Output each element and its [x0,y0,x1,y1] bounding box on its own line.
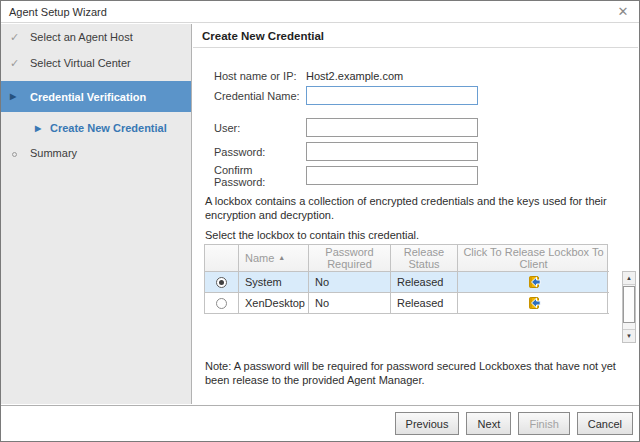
cell-release-action[interactable] [458,272,609,293]
pending-circle-icon [10,147,30,159]
table-scrollbar[interactable]: ▲ ▼ [622,271,636,343]
cell-name: System [239,272,309,293]
window-title: Agent Setup Wizard [9,6,107,18]
main-panel: Create New Credential Host name or IP: H… [193,24,638,404]
cell-release-status: Released [391,293,458,314]
user-row: User: [214,118,478,137]
check-icon: ✓ [10,31,30,44]
cell-password-required: No [309,272,391,293]
arrow-right-icon: ▶ [35,124,50,133]
sidebar-item-label: Create New Credential [50,122,167,134]
scroll-down-icon[interactable]: ▼ [623,329,635,342]
previous-button[interactable]: Previous [395,412,460,435]
sidebar-item-select-virtual-center[interactable]: ✓ Select Virtual Center [1,55,191,71]
password-input[interactable] [306,142,478,161]
title-bar: Agent Setup Wizard ✕ [1,1,639,23]
sidebar-item-label: Credential Verification [30,91,146,103]
host-name-label: Host name or IP: [214,70,306,82]
host-name-value: Host2.example.com [306,70,403,82]
release-status-column-header[interactable]: Release Status [391,245,458,272]
password-required-column-header[interactable]: Password Required [309,245,391,272]
cancel-button[interactable]: Cancel [577,412,633,435]
sidebar-item-credential-verification[interactable]: ▶ Credential Verification [1,81,191,112]
confirm-password-row: Confirm Password: [214,166,478,185]
radio-xendesktop[interactable] [216,298,227,309]
lockbox-release-icon[interactable] [526,295,542,311]
confirm-password-input[interactable] [306,166,478,185]
lockbox-table-header: Name ▲ Password Required Release Status … [205,245,607,272]
sidebar-item-create-new-credential[interactable]: ▶ Create New Credential [1,120,191,136]
arrow-right-icon: ▶ [10,92,30,101]
lockbox-table: Name ▲ Password Required Release Status … [204,244,608,314]
check-icon: ✓ [10,57,30,70]
next-button[interactable]: Next [466,412,511,435]
sidebar-item-select-agent-host[interactable]: ✓ Select an Agent Host [1,29,191,45]
note-text: Note: A password will be required for pa… [205,359,640,387]
lockbox-release-icon[interactable] [526,274,542,290]
radio-system[interactable] [216,277,227,288]
user-label: User: [214,122,306,134]
lockbox-description: A lockbox contains a collection of encry… [205,194,637,222]
user-input[interactable] [306,118,478,137]
panel-header: Create New Credential [193,24,638,48]
table-row-system[interactable]: System No Released [205,272,607,293]
sidebar-item-label: Summary [30,147,77,159]
footer-button-bar: Previous Next Finish Cancel [1,405,639,441]
release-lockbox-column-header[interactable]: Click To Release Lockbox To Client [458,245,609,272]
credential-name-row: Credential Name: [214,86,478,105]
scroll-up-icon[interactable]: ▲ [623,272,635,285]
lockbox-select-prompt: Select the lockbox to contain this crede… [205,228,637,242]
sidebar-item-summary[interactable]: Summary [1,145,191,161]
page-title: Create New Credential [202,30,324,42]
radio-column-header [205,245,239,272]
finish-button[interactable]: Finish [518,412,569,435]
sort-asc-icon: ▲ [278,252,285,264]
name-column-header[interactable]: Name ▲ [239,245,309,272]
password-label: Password: [214,146,306,158]
cell-release-action[interactable] [458,293,609,314]
cell-name: XenDesktop [239,293,309,314]
table-row-xendesktop[interactable]: XenDesktop No Released [205,293,607,314]
wizard-steps-sidebar: ✓ Select an Agent Host ✓ Select Virtual … [1,24,192,404]
cell-release-status: Released [391,272,458,293]
agent-setup-wizard-window: Agent Setup Wizard ✕ ✓ Select an Agent H… [0,0,640,442]
password-row: Password: [214,142,478,161]
sidebar-item-label: Select an Agent Host [30,31,133,43]
confirm-password-label: Confirm Password: [214,164,306,188]
sidebar-item-label: Select Virtual Center [30,57,131,69]
credential-name-label: Credential Name: [214,90,306,102]
host-name-row: Host name or IP: Host2.example.com [214,66,403,85]
cell-password-required: No [309,293,391,314]
credential-name-input[interactable] [306,86,478,105]
close-icon[interactable]: ✕ [615,5,631,18]
scrollbar-thumb[interactable] [623,286,635,323]
